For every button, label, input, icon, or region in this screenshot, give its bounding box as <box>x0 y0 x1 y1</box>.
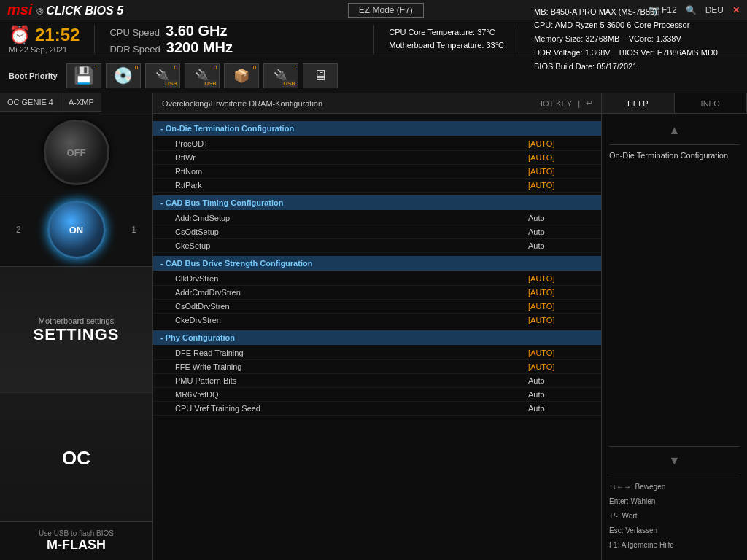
axmp-tab[interactable]: A-XMP <box>61 93 101 112</box>
cpu-label: CPU: <box>534 20 553 29</box>
hotkey-label: HOT KEY <box>537 99 572 108</box>
breadcrumb-bar: Overclocking\Erweiterte DRAM-Konfigurati… <box>153 93 601 114</box>
ddr-speed-label: DDR Speed <box>109 44 160 55</box>
table-row[interactable]: FFE Write Training[AUTO] <box>153 360 601 374</box>
table-row[interactable]: ClkDrvStren[AUTO] <box>153 272 601 286</box>
table-row[interactable]: RttNom[AUTO] <box>153 165 601 179</box>
oc-title: OC <box>62 447 90 470</box>
oc-genie-tab[interactable]: OC GENIE 4 <box>0 93 61 112</box>
row-value: Auto <box>528 404 587 413</box>
row-name: CPU Vref Training Seed <box>175 404 528 413</box>
row-value: [AUTO] <box>528 316 587 324</box>
oc-section[interactable]: OC <box>0 394 152 522</box>
row-value: [AUTO] <box>528 153 587 162</box>
help-key-item: Esc: Verlassen <box>609 524 740 538</box>
mb-info-block: MB: B450-A PRO MAX (MS-7B86) CPU: AMD Ry… <box>534 5 738 73</box>
boot-device-monitor[interactable]: 🖥 <box>303 63 338 88</box>
hotkey-pipe: | <box>578 99 580 108</box>
ez-mode-button[interactable]: EZ Mode (F7) <box>348 3 424 18</box>
boot-priority-label: Boot Priority <box>9 71 58 80</box>
cpu-speed-val: 3.60 GHz <box>166 23 227 39</box>
clock-time: ⏰ 21:52 <box>9 25 80 45</box>
mb-temp-val: 33°C <box>486 41 504 50</box>
help-key-item: Enter: Wählen <box>609 494 740 509</box>
boot-device-usb-2[interactable]: 🔌USB U <box>185 63 220 88</box>
table-row[interactable]: AddrCmdSetupAuto <box>153 211 601 225</box>
help-keys: ↑↓←→: BewegenEnter: Wählen+/-: WertEsc: … <box>609 480 740 553</box>
row-value: [AUTO] <box>528 349 587 357</box>
bios-ver-label: BIOS Ver: <box>619 48 655 57</box>
row-value: [AUTO] <box>528 181 587 190</box>
row-value: [AUTO] <box>528 362 587 371</box>
boot-device-usb-1[interactable]: 🔌USB U <box>145 63 180 88</box>
table-row[interactable]: CsOdtSetupAuto <box>153 225 601 239</box>
mem-val: 32768MB <box>585 34 619 43</box>
help-key-item: +/-: Wert <box>609 509 740 524</box>
row-name: ClkDrvStren <box>175 274 528 283</box>
row-name: CsOdtSetup <box>175 228 528 236</box>
sidebar-tabs: OC GENIE 4 A-XMP <box>0 93 152 112</box>
clock-icon: ⏰ <box>9 25 31 45</box>
boot-device-optical[interactable]: 💿 U <box>106 63 141 88</box>
scroll-up-arrow[interactable]: ▲ <box>669 124 681 137</box>
oc-genie-section[interactable]: OFF <box>0 112 152 193</box>
section-header[interactable]: - On-Die Termination Configuration <box>153 121 601 136</box>
row-value: Auto <box>528 214 587 222</box>
table-row[interactable]: CkeDrvStren[AUTO] <box>153 314 601 327</box>
bios-date-val: 05/17/2021 <box>597 62 637 71</box>
mflash-sublabel: Use USB to flash BIOS <box>7 529 145 537</box>
table-row[interactable]: RttPark[AUTO] <box>153 179 601 192</box>
help-divider-keys <box>609 475 740 475</box>
row-name: CsOdtDrvStren <box>175 302 528 311</box>
oc-genie-knob[interactable]: OFF <box>44 120 109 185</box>
scroll-down-arrow[interactable]: ▼ <box>669 454 681 467</box>
mflash-section[interactable]: Use USB to flash BIOS M-FLASH <box>0 522 152 560</box>
boot-device-hdd[interactable]: 💾 U <box>66 63 101 88</box>
cpu-speed-block: CPU Speed 3.60 GHz DDR Speed 3200 MHz <box>109 23 359 56</box>
table-row[interactable]: RttWr[AUTO] <box>153 151 601 165</box>
help-tab[interactable]: HELP <box>602 93 675 113</box>
section-header[interactable]: - CAD Bus Drive Strength Configuration <box>153 256 601 271</box>
row-name: CkeDrvStren <box>175 316 528 324</box>
boot-device-usb-3[interactable]: 🔌USB U <box>263 63 298 88</box>
main-content: OC GENIE 4 A-XMP OFF 2 ON 1 Motherboard … <box>0 93 747 560</box>
table-row[interactable]: CkeSetupAuto <box>153 239 601 253</box>
settings-section[interactable]: Motherboard settings SETTINGS <box>0 267 152 394</box>
table-row[interactable]: DFE Read Training[AUTO] <box>153 346 601 360</box>
table-row[interactable]: MR6VrefDQAuto <box>153 388 601 402</box>
boot-device-card[interactable]: 📦 U <box>224 63 259 88</box>
right-tabs: HELP INFO <box>602 93 747 114</box>
axmp-knob[interactable]: ON <box>47 201 106 259</box>
info-tab[interactable]: INFO <box>675 93 748 113</box>
section-header[interactable]: - CAD Bus Timing Configuration <box>153 195 601 210</box>
cpu-speed-label: CPU Speed <box>109 27 160 38</box>
table-row[interactable]: CsOdtDrvStren[AUTO] <box>153 300 601 314</box>
right-panel: HELP INFO ▲ On-Die Termination Configura… <box>601 93 747 560</box>
table-row[interactable]: AddrCmdDrvStren[AUTO] <box>153 286 601 300</box>
help-divider-bottom <box>609 446 740 447</box>
help-description: On-Die Termination Configuration <box>609 149 740 163</box>
settings-title: SETTINGS <box>33 325 119 344</box>
row-value: [AUTO] <box>528 274 587 283</box>
sidebar: OC GENIE 4 A-XMP OFF 2 ON 1 Motherboard … <box>0 93 153 560</box>
row-value: [AUTO] <box>528 288 587 297</box>
back-icon[interactable]: ↩ <box>586 98 592 108</box>
section-header[interactable]: - Phy Configuration <box>153 330 601 345</box>
clock-date: Mi 22 Sep, 2021 <box>9 45 80 54</box>
row-value: Auto <box>528 228 587 236</box>
row-name: DFE Read Training <box>175 349 528 357</box>
center-panel: Overclocking\Erweiterte DRAM-Konfigurati… <box>153 93 601 560</box>
help-divider-top <box>609 144 740 145</box>
ddr-speed-val: 3200 MHz <box>166 39 233 56</box>
bios-date-label: BIOS Build Date: <box>534 62 595 71</box>
cpu-temp-val: 37°C <box>477 28 495 36</box>
row-name: RttPark <box>175 181 528 190</box>
axmp-section[interactable]: 2 ON 1 <box>0 193 152 267</box>
table-row[interactable]: ProcODT[AUTO] <box>153 137 601 151</box>
table-row[interactable]: CPU Vref Training SeedAuto <box>153 402 601 416</box>
mb-label: MB: <box>534 7 549 16</box>
help-key-item: ↑↓←→: Bewegen <box>609 480 740 494</box>
mem-label: Memory Size: <box>534 34 583 43</box>
table-row[interactable]: PMU Pattern BitsAuto <box>153 374 601 388</box>
row-value: Auto <box>528 390 587 399</box>
